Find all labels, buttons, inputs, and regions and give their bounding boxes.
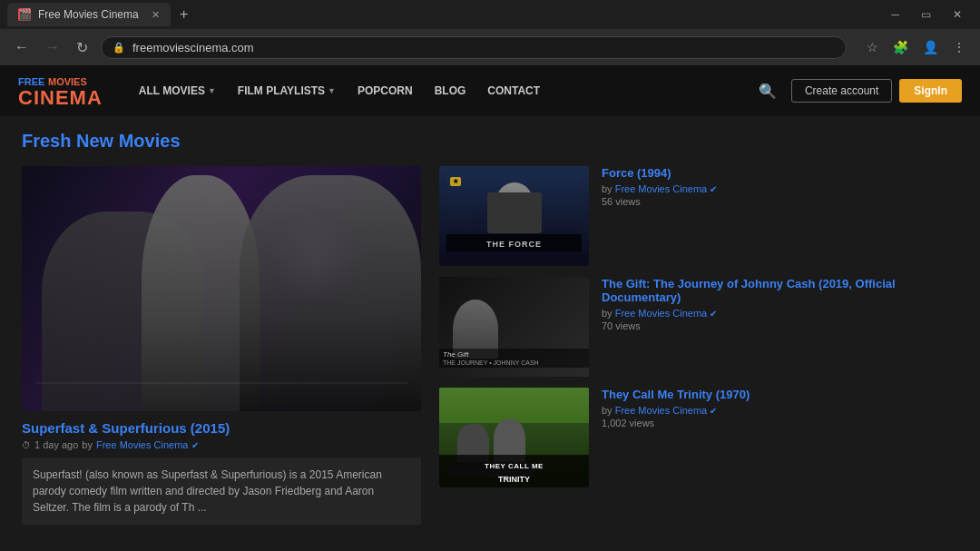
side-movie-views-1: 70 views (602, 320, 958, 331)
main-nav: FREE MOVIES CINEMA ALL MOVIES ▼ FILM PLA… (0, 65, 980, 116)
nav-film-playlists[interactable]: FILM PLAYLISTS ▼ (229, 79, 345, 103)
verified-icon-1: ✔ (710, 309, 717, 319)
featured-movie-title[interactable]: Superfast & Superfurious (2015) (22, 420, 421, 436)
active-tab[interactable]: 🎬 Free Movies Cinema ✕ (7, 3, 171, 26)
extensions-button[interactable]: 🧩 (889, 36, 912, 58)
side-movie-title-1[interactable]: The Gift: The Journey of Johnny Cash (20… (602, 277, 958, 304)
side-movie-by-2: by Free Movies Cinema ✔ (602, 405, 958, 416)
verified-icon-0: ✔ (710, 184, 717, 194)
clock-icon: ⏱ (22, 440, 31, 450)
create-account-button[interactable]: Create account (791, 79, 892, 103)
featured-thumbnail[interactable] (22, 166, 421, 411)
side-movies-list: THE FORCE ★ Force (1994) by Free Movies … (439, 166, 958, 525)
side-movie-channel-2[interactable]: Free Movies Cinema (615, 405, 707, 416)
search-button[interactable]: 🔍 (751, 79, 784, 103)
side-movie-thumb-0[interactable]: THE FORCE ★ (439, 166, 589, 266)
gift-thumbnail: YouTube Originals The Gift THE JOURNEY •… (439, 277, 589, 377)
side-movie-channel-0[interactable]: Free Movies Cinema (615, 183, 707, 194)
tab-favicon: 🎬 (18, 8, 31, 21)
side-movie-info-1: The Gift: The Journey of Johnny Cash (20… (602, 277, 958, 331)
nav-contact[interactable]: CONTACT (478, 79, 549, 103)
page-content: Fresh New Movies (0, 116, 980, 539)
featured-channel-link[interactable]: Free Movies Cinema (96, 439, 188, 450)
side-movie-by-0: by Free Movies Cinema ✔ (602, 183, 958, 194)
verified-icon: ✔ (191, 440, 199, 450)
side-movie-views-2: 1,002 views (602, 418, 958, 428)
side-movie-by-1: by Free Movies Cinema ✔ (602, 308, 958, 319)
address-bar[interactable]: 🔒 freemoviescinema.com (101, 36, 847, 59)
side-movie-info-2: They Call Me Trinity (1970) by Free Movi… (602, 388, 958, 428)
minimize-button[interactable]: ─ (880, 0, 910, 29)
maximize-button[interactable]: ▭ (910, 0, 942, 29)
bookmark-button[interactable]: ☆ (863, 36, 882, 58)
nav-popcorn[interactable]: POPCORN (348, 79, 422, 103)
profile-button[interactable]: 👤 (919, 36, 942, 58)
side-movie-2: THEY CALL ME TRINITY They Call Me Trinit… (439, 388, 958, 487)
featured-description: Superfast! (also known as Superfast & Su… (22, 458, 421, 525)
side-movie-1: YouTube Originals The Gift THE JOURNEY •… (439, 277, 958, 377)
side-movie-thumb-2[interactable]: THEY CALL ME TRINITY (439, 388, 589, 487)
tab-title: Free Movies Cinema (38, 8, 139, 21)
section-title: Fresh New Movies (22, 131, 958, 152)
logo-free-text: FREE (18, 76, 44, 87)
side-movie-title-0[interactable]: Force (1994) (602, 166, 958, 180)
logo-cinema-text: CINEMA (18, 88, 103, 108)
tab-close-button[interactable]: ✕ (152, 9, 160, 21)
url-display: freemoviescinema.com (132, 41, 254, 54)
force-thumbnail: THE FORCE ★ (439, 166, 589, 266)
featured-movie-meta: ⏱ 1 day ago by Free Movies Cinema ✔ (22, 439, 421, 450)
menu-button[interactable]: ⋮ (949, 36, 969, 58)
forward-button[interactable]: → (42, 35, 64, 59)
website-content: FREE MOVIES CINEMA ALL MOVIES ▼ FILM PLA… (0, 65, 980, 551)
side-movie-thumb-1[interactable]: YouTube Originals The Gift THE JOURNEY •… (439, 277, 589, 377)
trinity-thumbnail: THEY CALL ME TRINITY (439, 388, 589, 487)
new-tab-button[interactable]: + (171, 1, 197, 28)
site-logo[interactable]: FREE MOVIES CINEMA (18, 74, 103, 108)
nav-all-movies[interactable]: ALL MOVIES ▼ (130, 79, 225, 103)
side-movie-title-2[interactable]: They Call Me Trinity (1970) (602, 388, 958, 401)
side-movie-channel-1[interactable]: Free Movies Cinema (615, 308, 707, 319)
verified-icon-2: ✔ (710, 406, 717, 416)
nav-blog[interactable]: BLOG (426, 79, 475, 103)
signin-button[interactable]: SignIn (899, 79, 962, 103)
nav-links: ALL MOVIES ▼ FILM PLAYLISTS ▼ POPCORN BL… (130, 79, 751, 103)
side-movie-0: THE FORCE ★ Force (1994) by Free Movies … (439, 166, 958, 266)
featured-time-ago: 1 day ago (34, 439, 78, 450)
side-movie-views-0: 56 views (602, 196, 958, 207)
reload-button[interactable]: ↻ (73, 35, 92, 60)
lock-icon: 🔒 (113, 42, 125, 54)
movies-grid: Superfast & Superfurious (2015) ⏱ 1 day … (22, 166, 958, 525)
side-movie-info-0: Force (1994) by Free Movies Cinema ✔ 56 … (602, 166, 958, 207)
all-movies-arrow: ▼ (208, 86, 216, 95)
featured-movie: Superfast & Superfurious (2015) ⏱ 1 day … (22, 166, 421, 525)
logo-movies-text: MOVIES (48, 76, 87, 87)
back-button[interactable]: ← (11, 35, 33, 59)
film-playlists-arrow: ▼ (328, 86, 336, 95)
close-button[interactable]: ✕ (942, 0, 973, 29)
